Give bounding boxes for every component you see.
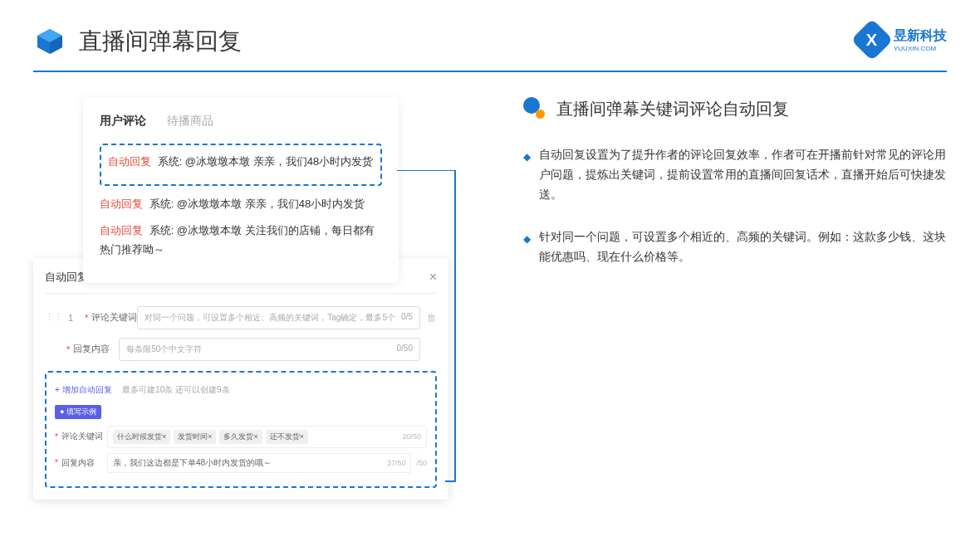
comment-item: 自动回复 系统: @冰墩墩本墩 亲亲，我们48小时内发货 [100, 194, 382, 213]
settings-panel: 自动回复设置 × ⋮⋮ 1 * 评论关键词 对同一个问题，可设置多个相近、高频的… [33, 258, 448, 500]
auto-reply-label: 自动回复 [108, 155, 151, 168]
brand-logo: X 昱新科技 YUUXIN.COM [857, 25, 947, 55]
page-title: 直播间弹幕回复 [79, 26, 242, 57]
tag-chip[interactable]: 什么时候发货× [113, 430, 170, 444]
comment-highlighted: 自动回复 系统: @冰墩墩本墩 亲亲，我们48小时内发货 [100, 144, 382, 186]
ex-keyword-label: 评论关键词 [61, 431, 107, 442]
content-count: 37/50 [387, 459, 406, 467]
divider [33, 71, 947, 72]
comment-text: 系统: @冰墩墩本墩 亲亲，我们48小时内发货 [149, 197, 365, 210]
cube-icon [33, 25, 66, 58]
bullet-item: ◆ 针对同一个问题，可设置多个相近的、高频的关键词。例如：这款多少钱、这块能优惠… [523, 227, 947, 267]
auto-reply-label: 自动回复 [100, 224, 143, 236]
add-hint: 最多可建10条 还可以创建9条 [122, 385, 229, 394]
tag-chip[interactable]: 多久发货× [219, 430, 262, 444]
add-reply-link[interactable]: + 增加自动回复 [55, 384, 112, 396]
ex-keyword-input[interactable]: 什么时候发货× 发货时间× 多久发货× 还不发货× 20/50 [107, 426, 427, 448]
keyword-input[interactable]: 对同一个问题，可设置多个相近、高频的关键词，Tag确定，最多5个 0/5 [137, 306, 420, 329]
ex-content-input[interactable]: 亲，我们这边都是下单48小时内发货的哦～ 37/50 [107, 453, 412, 473]
content-input[interactable]: 每条限50个中文字符 0/50 [119, 338, 420, 361]
tag-chip[interactable]: 发货时间× [174, 430, 216, 444]
content-label: 回复内容 [73, 343, 119, 355]
logo-subtitle: YUUXIN.COM [894, 45, 947, 52]
required-icon: * [66, 344, 70, 354]
trash-icon[interactable]: 🗑 [427, 312, 437, 324]
logo-icon: X [851, 19, 894, 61]
drag-icon[interactable]: ⋮⋮ [45, 312, 63, 323]
bullet-item: ◆ 自动回复设置为了提升作者的评论回复效率，作者可在开播前针对常见的评论用户问题… [523, 145, 947, 204]
ex-content-label: 回复内容 [61, 457, 107, 469]
required-icon: * [55, 432, 58, 441]
comment-item: 自动回复 系统: @冰墩墩本墩 关注我们的店铺，每日都有热门推荐呦～ [100, 221, 382, 260]
diamond-icon: ◆ [523, 231, 531, 267]
required-icon: * [55, 458, 58, 467]
bubble-icon [523, 97, 546, 120]
auto-reply-label: 自动回复 [100, 197, 143, 210]
comments-panel: 用户评论 待播商品 自动回复 系统: @冰墩墩本墩 亲亲，我们48小时内发货 自… [83, 97, 399, 283]
diamond-icon: ◆ [523, 149, 531, 204]
outer-count: /50 [416, 459, 427, 467]
comment-text: 系统: @冰墩墩本墩 亲亲，我们48小时内发货 [158, 155, 374, 168]
tab-pending-goods[interactable]: 待播商品 [167, 114, 213, 129]
tab-user-comments[interactable]: 用户评论 [100, 114, 146, 129]
keyword-label: 评论关键词 [91, 311, 137, 324]
required-icon: * [85, 313, 88, 323]
row-number: 1 [68, 313, 85, 323]
logo-name: 昱新科技 [894, 28, 947, 42]
example-box: + 增加自动回复 最多可建10条 还可以创建9条 ● 填写示例 * 评论关键词 … [45, 371, 437, 488]
close-icon[interactable]: × [429, 270, 437, 285]
example-badge: ● 填写示例 [55, 405, 101, 419]
section-title: 直播间弹幕关键词评论自动回复 [556, 98, 789, 120]
tag-chip[interactable]: 还不发货× [266, 430, 308, 444]
tag-count: 20/50 [402, 432, 421, 441]
